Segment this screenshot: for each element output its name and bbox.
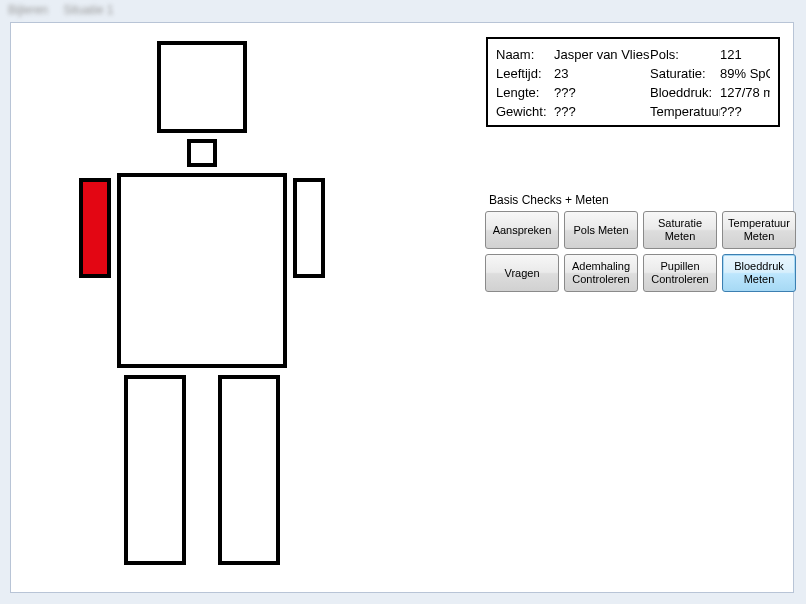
label-temperatuur: Temperatuur xyxy=(650,102,720,121)
button-grid: Aanspreken Pols Meten Saturatie Meten Te… xyxy=(485,211,796,292)
figure-left-leg[interactable] xyxy=(218,375,280,565)
label-naam: Naam: xyxy=(496,45,554,64)
figure-right-upper-arm[interactable] xyxy=(79,178,111,278)
figure-right-leg[interactable] xyxy=(124,375,186,565)
figure-torso[interactable] xyxy=(117,173,287,368)
ademhaling-controleren-button[interactable]: Ademhaling Controleren xyxy=(564,254,638,292)
label-pols: Pols: xyxy=(650,45,720,64)
main-panel: Naam: Jasper van Vlies Pols: 121 Leeftij… xyxy=(10,22,794,593)
value-bloeddruk: 127/78 mmHg xyxy=(720,83,770,102)
value-naam: Jasper van Vlies xyxy=(554,45,650,64)
pupillen-controleren-button[interactable]: Pupillen Controleren xyxy=(643,254,717,292)
value-leeftijd: 23 xyxy=(554,64,650,83)
value-saturatie: 89% SpO2 xyxy=(720,64,770,83)
value-lengte: ??? xyxy=(554,83,650,102)
value-pols: 121 xyxy=(720,45,770,64)
temperatuur-meten-button[interactable]: Temperatuur Meten xyxy=(722,211,796,249)
value-temperatuur: ??? xyxy=(720,102,770,121)
menu-item-1[interactable]: Bijleren xyxy=(8,3,48,17)
menu-item-2[interactable]: Situatie 1 xyxy=(63,3,113,17)
patient-info-box: Naam: Jasper van Vlies Pols: 121 Leeftij… xyxy=(486,37,780,127)
value-gewicht: ??? xyxy=(554,102,650,121)
bloeddruk-meten-button[interactable]: Bloeddruk Meten xyxy=(722,254,796,292)
figure-neck[interactable] xyxy=(187,139,217,167)
figure-head[interactable] xyxy=(157,41,247,133)
saturatie-meten-button[interactable]: Saturatie Meten xyxy=(643,211,717,249)
figure-left-upper-arm[interactable] xyxy=(293,178,325,278)
label-leeftijd: Leeftijd: xyxy=(496,64,554,83)
label-saturatie: Saturatie: xyxy=(650,64,720,83)
pols-meten-button[interactable]: Pols Meten xyxy=(564,211,638,249)
button-group-title: Basis Checks + Meten xyxy=(489,193,609,207)
label-gewicht: Gewicht: xyxy=(496,102,554,121)
label-bloeddruk: Bloeddruk: xyxy=(650,83,720,102)
aanspreken-button[interactable]: Aanspreken xyxy=(485,211,559,249)
vragen-button[interactable]: Vragen xyxy=(485,254,559,292)
label-lengte: Lengte: xyxy=(496,83,554,102)
